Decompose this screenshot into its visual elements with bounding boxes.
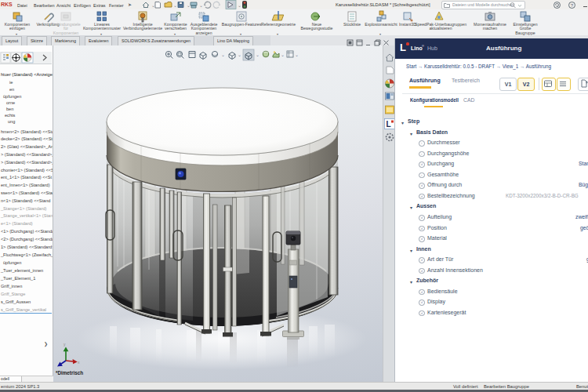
svg-text:⌄: ⌄ [295, 53, 299, 57]
svg-text:y: y [64, 342, 66, 347]
svg-text:⌄: ⌄ [238, 53, 241, 57]
svg-text:⌄: ⌄ [238, 3, 241, 8]
svg-text:x: x [78, 360, 80, 365]
svg-text:⌄: ⌄ [221, 53, 225, 57]
svg-text:⌄: ⌄ [281, 53, 285, 57]
svg-text:⌄: ⌄ [256, 53, 260, 57]
svg-text:⌄: ⌄ [173, 3, 177, 8]
svg-text:?: ? [571, 3, 574, 8]
svg-text:L: L [387, 120, 391, 129]
svg-text:⌄: ⌄ [199, 3, 203, 8]
svg-text:⌄: ⌄ [151, 3, 155, 8]
svg-text:⌄: ⌄ [187, 3, 191, 8]
